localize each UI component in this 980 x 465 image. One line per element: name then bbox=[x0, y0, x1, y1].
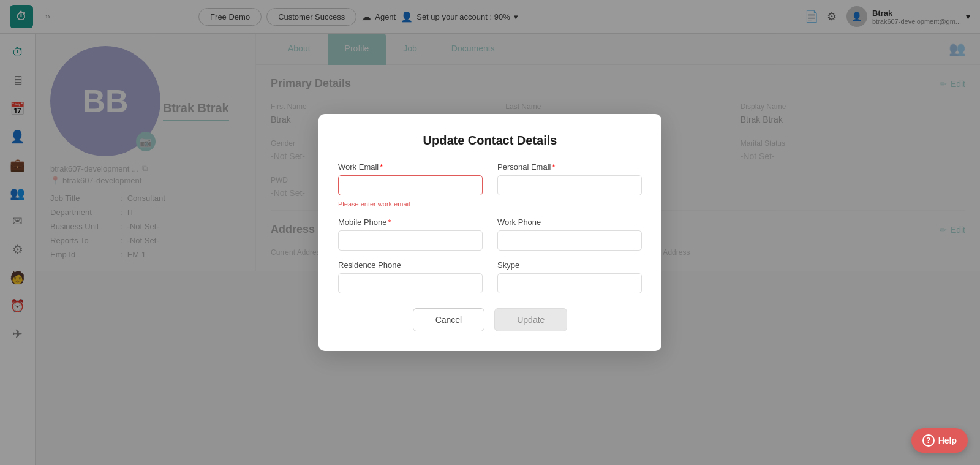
personal-email-label: Personal Email* bbox=[497, 162, 642, 172]
residence-phone-label: Residence Phone bbox=[338, 260, 483, 270]
modal-actions: Cancel Update bbox=[338, 308, 642, 331]
content-area: BB 📷 Btrak Btrak btrak607-development ..… bbox=[36, 34, 980, 465]
modal-form: Work Email* Please enter work email Pers… bbox=[338, 162, 642, 293]
modal-title: Update Contact Details bbox=[338, 134, 642, 148]
modal-field-work-email: Work Email* Please enter work email bbox=[338, 162, 483, 208]
work-email-error: Please enter work email bbox=[338, 200, 483, 208]
modal-field-personal-email: Personal Email* bbox=[497, 162, 642, 208]
main-layout: ⏱ 🖥 📅 👤 💼 👥 ✉ ⚙ 🧑 ⏰ ✈ BB 📷 Btrak Btrak bbox=[0, 34, 980, 465]
personal-email-input[interactable] bbox=[497, 175, 642, 195]
modal-field-work-phone: Work Phone bbox=[497, 217, 642, 251]
residence-phone-input[interactable] bbox=[338, 273, 483, 293]
help-button[interactable]: ? Help bbox=[911, 428, 968, 453]
mobile-phone-input[interactable] bbox=[338, 230, 483, 251]
work-email-input[interactable] bbox=[338, 175, 483, 195]
help-label: Help bbox=[938, 436, 957, 445]
skype-input[interactable] bbox=[497, 273, 642, 293]
modal-overlay: Update Contact Details Work Email* Pleas… bbox=[36, 34, 980, 465]
skype-label: Skype bbox=[497, 260, 642, 270]
modal-field-residence-phone: Residence Phone bbox=[338, 260, 483, 293]
update-contact-modal: Update Contact Details Work Email* Pleas… bbox=[318, 114, 662, 351]
mobile-phone-label: Mobile Phone* bbox=[338, 217, 483, 227]
work-phone-input[interactable] bbox=[497, 230, 642, 251]
update-button[interactable]: Update bbox=[494, 308, 567, 331]
modal-field-mobile-phone: Mobile Phone* bbox=[338, 217, 483, 251]
cancel-button[interactable]: Cancel bbox=[413, 308, 485, 331]
work-email-label: Work Email* bbox=[338, 162, 483, 172]
help-circle-icon: ? bbox=[922, 434, 935, 447]
work-phone-label: Work Phone bbox=[497, 217, 642, 227]
modal-field-skype: Skype bbox=[497, 260, 642, 293]
